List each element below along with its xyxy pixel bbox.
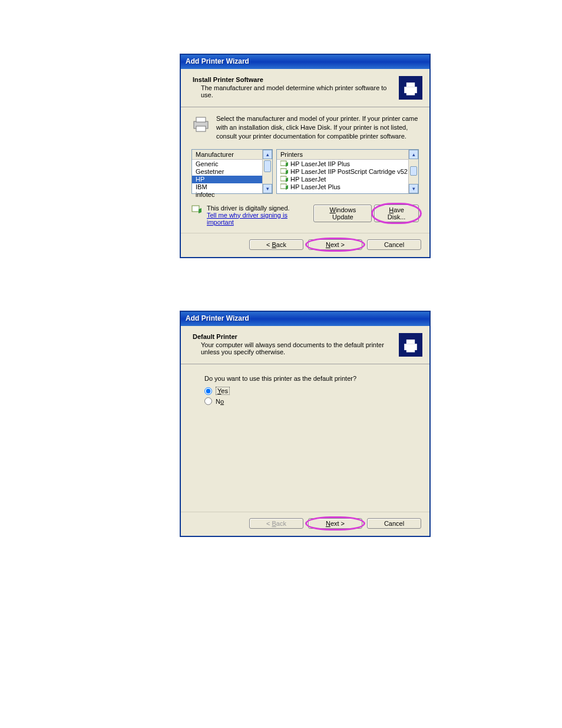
add-printer-wizard-install-software: Add Printer Wizard Install Printer Softw… — [180, 54, 430, 258]
svg-rect-8 — [280, 169, 286, 173]
next-button[interactable]: Next > — [308, 518, 362, 529]
header: Default Printer Your computer will alway… — [181, 326, 429, 364]
scroll-up-icon[interactable]: ▴ — [409, 150, 418, 159]
signed-driver-icon — [280, 183, 289, 190]
radio-yes-input[interactable] — [204, 387, 212, 395]
header-title: Default Printer — [193, 333, 393, 340]
cancel-button[interactable]: Cancel — [367, 518, 421, 529]
windows-update-button[interactable]: Windows Update — [313, 205, 372, 222]
printers-header: Printers — [277, 150, 418, 160]
svg-rect-18 — [406, 348, 415, 352]
scroll-up-icon[interactable]: ▴ — [263, 150, 272, 159]
printer-glyph-icon — [399, 333, 422, 357]
signed-driver-icon — [280, 168, 289, 175]
add-printer-wizard-default-printer: Add Printer Wizard Default Printer Your … — [180, 311, 430, 536]
header-subtitle: The manufacturer and model determine whi… — [193, 84, 393, 98]
manufacturer-item[interactable]: Gestetner — [192, 168, 272, 176]
svg-rect-12 — [280, 184, 286, 189]
scroll-thumb[interactable] — [264, 160, 271, 172]
titlebar: Add Printer Wizard — [181, 312, 429, 326]
info-text: Select the manufacturer and model of you… — [216, 114, 419, 141]
svg-rect-5 — [196, 126, 206, 131]
manufacturer-listbox[interactable]: Manufacturer GenericGestetnerHPIBMinfote… — [191, 149, 273, 194]
svg-rect-10 — [280, 176, 286, 181]
radio-no[interactable]: No — [204, 397, 406, 405]
printers-listbox[interactable]: Printers HP LaserJet IIP PlusHP LaserJet… — [276, 149, 419, 194]
svg-rect-17 — [406, 340, 415, 344]
next-button[interactable]: Next > — [308, 239, 362, 250]
cancel-button[interactable]: Cancel — [367, 239, 421, 250]
svg-rect-14 — [192, 206, 199, 212]
back-button[interactable]: < Back — [249, 518, 303, 529]
manufacturer-item[interactable]: infotec — [192, 191, 272, 199]
header: Install Printer Software The manufacture… — [181, 69, 429, 107]
header-title: Install Printer Software — [193, 76, 393, 83]
svg-rect-6 — [280, 161, 286, 166]
printer-item[interactable]: HP LaserJet IIP Plus — [277, 160, 418, 168]
svg-rect-4 — [196, 117, 206, 122]
signed-status: This driver is digitally signed. — [207, 205, 313, 212]
scroll-down-icon[interactable]: ▾ — [409, 184, 418, 193]
scroll-thumb[interactable] — [410, 166, 417, 176]
default-question: Do you want to use this printer as the d… — [204, 375, 406, 382]
printer-item[interactable]: HP LaserJet IIP PostScript Cartridge v52… — [277, 168, 418, 176]
manufacturer-item[interactable]: IBM — [192, 183, 272, 191]
scrollbar[interactable]: ▴ ▾ — [262, 150, 272, 193]
signed-driver-icon — [280, 160, 289, 167]
manufacturer-item[interactable]: Generic — [192, 160, 272, 168]
signed-driver-icon — [280, 176, 289, 183]
printer-icon — [191, 114, 210, 133]
printer-item[interactable]: HP LaserJet — [277, 176, 418, 183]
printer-item[interactable]: HP LaserJet Plus — [277, 183, 418, 191]
driver-signing-link[interactable]: Tell me why driver signing is important — [207, 212, 287, 226]
certificate-icon — [191, 205, 202, 215]
titlebar: Add Printer Wizard — [181, 55, 429, 69]
manufacturer-item[interactable]: HP — [192, 176, 272, 183]
radio-yes[interactable]: Yes — [204, 387, 406, 395]
back-button[interactable]: < Back — [249, 239, 303, 250]
radio-no-input[interactable] — [204, 397, 212, 405]
scroll-down-icon[interactable]: ▾ — [263, 184, 272, 193]
header-subtitle: Your computer will always send documents… — [193, 341, 393, 355]
have-disk-button[interactable]: Have Disk... — [374, 205, 419, 222]
manufacturer-header: Manufacturer — [192, 150, 272, 160]
svg-rect-1 — [406, 83, 415, 87]
svg-rect-2 — [406, 91, 415, 95]
scrollbar[interactable]: ▴ ▾ — [408, 150, 418, 193]
printer-glyph-icon — [399, 76, 422, 100]
